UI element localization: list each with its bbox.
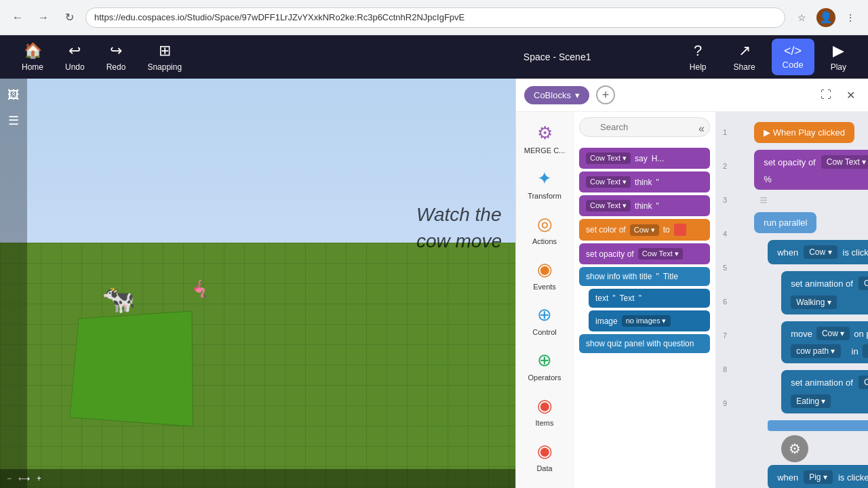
block-set-opacity[interactable]: set opacity of Cow Text ▾ [579,243,710,264]
no-images-dropdown[interactable]: no images ▾ [622,315,671,327]
block-think-2[interactable]: Cow Text ▾ think " [579,195,710,216]
sidebar-item-events[interactable]: ◉ Events [518,253,571,296]
panel-header-right: ⛶ ✕ [816,85,860,104]
ws-set-animation-eating: set animation of Cow ▾ to Eating ▾ [781,370,868,416]
redo-label: Redo [106,62,126,72]
time-value[interactable]: 10 [863,344,868,358]
cow-dropdown-anim2[interactable]: Cow ▾ [859,375,868,389]
back-button[interactable]: ← [8,8,27,27]
browser-icons: ☆ 👤 ⋮ [792,8,860,27]
sidebar-item-items[interactable]: ◉ Items [518,390,571,432]
when-label-pig: when [777,472,798,483]
cow-text-opacity-dropdown[interactable]: Cow Text ▾ [821,155,868,169]
undo-button[interactable]: ↩ Undo [54,37,96,77]
block-show-quiz[interactable]: show quiz panel with question [579,334,710,353]
share-label: Share [734,62,755,72]
coblocks-chevron-icon: ▾ [575,90,580,100]
sidebar-item-control[interactable]: ⊕ Control [518,299,571,342]
add-tab-button[interactable]: + [596,85,615,104]
walking-dropdown[interactable]: Walking ▾ [791,296,837,309]
block-say[interactable]: Cow Text ▾ say H... [579,148,710,169]
block-image[interactable]: image no images ▾ [589,310,710,331]
main-area: 🖼 ☰ 🐄 🦩 Watch the cow move − ⟷ + CoBlock… [0,79,868,488]
forward-button[interactable]: → [34,8,53,27]
cow-dropdown-color[interactable]: Cow ▾ [630,224,659,236]
move-cow-block[interactable]: move Cow ▾ on path cow path ▾ in 10 sec. [781,321,868,363]
viewport-text-line1: Watch the [416,204,502,225]
block-text[interactable]: text " Text " [589,289,710,308]
cow-figure[interactable]: 🐄 [102,283,136,315]
block-set-color[interactable]: set color of Cow ▾ to [579,219,710,241]
cow-text-dropdown-say[interactable]: Cow Text ▾ [586,152,631,164]
code-button[interactable]: </> Code [772,39,814,75]
address-bar[interactable]: https://edu.cospaces.io/Studio/Space/97w… [85,7,785,28]
star-button[interactable]: ☆ [792,8,811,27]
eating-dropdown[interactable]: Eating ▾ [791,394,831,408]
block-list: 🔍 « Cow Text ▾ say H... Cow Text ▾ think [574,112,716,488]
cow-text-dropdown-think2[interactable]: Cow Text ▾ [586,200,631,211]
block-show-info[interactable]: show info with title " Title [579,267,710,286]
code-label: Code [783,60,804,70]
line-1: 1 [723,125,727,159]
left-panel: 🖼 ☰ [0,79,27,488]
close-panel-button[interactable]: ✕ [841,85,860,104]
refresh-button[interactable]: ↻ [60,8,79,27]
app-title: Space - Scene1 [435,52,678,62]
set-animation-walking-block[interactable]: set animation of Cow ▾ to Walking ▾ [781,271,868,314]
workspace-content: ▶ When Play clicked set opacity of Cow T… [751,119,868,488]
share-button[interactable]: ↗ Share [723,37,766,77]
run-parallel-block[interactable]: run parallel [754,212,816,233]
help-button[interactable]: ? Help [679,37,717,77]
cow-path-dropdown[interactable]: cow path ▾ [791,344,840,358]
ws-when-cow: when Cow ▾ is clicked [768,240,868,267]
viewport-zoom-in[interactable]: + [37,474,41,483]
sidebar-item-merge[interactable]: ⚙ MERGE C... [518,117,571,160]
sidebar-item-actions[interactable]: ◎ Actions [518,208,571,251]
block-think-1[interactable]: Cow Text ▾ think " [579,171,710,192]
pink-figure: 🦩 [190,279,210,298]
gear-button[interactable]: ⚙ [781,435,808,462]
fullscreen-button[interactable]: ⛶ [816,85,835,104]
ruler-icon[interactable]: ≡ [760,192,768,207]
viewport-bottom-bar: − ⟷ + [0,469,515,488]
set-animation-eating-block[interactable]: set animation of Cow ▾ to Eating ▾ [781,370,868,413]
list-icon[interactable]: ☰ [5,110,22,131]
when-play-block[interactable]: ▶ When Play clicked [754,122,854,143]
transform-label: Transform [528,192,561,200]
ws-closing-bar [768,420,868,431]
image-icon[interactable]: 🖼 [5,85,22,105]
run-parallel-label: run parallel [764,218,807,228]
on-path-label: on path [854,329,868,339]
when-cow-block[interactable]: when Cow ▾ is clicked [768,240,868,264]
cow-text-dropdown-opacity[interactable]: Cow Text ▾ [638,248,683,260]
workspace[interactable]: 1 2 3 4 5 6 7 8 9 [716,112,868,488]
cow-text-dropdown-think1[interactable]: Cow Text ▾ [586,176,631,188]
menu-button[interactable]: ⋮ [841,8,860,27]
user-avatar[interactable]: 👤 [816,8,835,27]
sidebar-item-data[interactable]: ◉ Data [518,435,571,478]
snapping-button[interactable]: ⊞ Snapping [136,37,193,77]
when-pig-block[interactable]: when Pig ▾ is clicked [768,465,868,488]
ws-run-parallel: run parallel [754,212,868,236]
search-input[interactable] [579,117,710,137]
play-button[interactable]: ▶ Play [820,37,857,77]
cow-dropdown-when[interactable]: Cow ▾ [804,245,837,259]
snapping-icon: ⊞ [159,42,171,60]
viewport[interactable]: 🖼 ☰ 🐄 🦩 Watch the cow move − ⟷ + [0,79,515,488]
set-opacity-block[interactable]: set opacity of Cow Text ▾ to 0 % [754,150,868,190]
viewport-overlay-text: Watch the cow move [416,201,502,254]
pig-dropdown[interactable]: Pig ▾ [804,470,833,484]
sidebar-item-operators[interactable]: ⊕ Operators [518,344,571,387]
redo-button[interactable]: ↪ Redo [96,37,137,77]
blocks-area: 🔍 « Cow Text ▾ say H... Cow Text ▾ think [574,112,868,488]
ws-set-opacity: set opacity of Cow Text ▾ to 0 % ≡ [754,150,868,208]
sidebar-item-transform[interactable]: ✦ Transform [518,163,571,205]
cow-dropdown-anim1[interactable]: Cow ▾ [859,277,868,290]
browser-bar: ← → ↻ https://edu.cospaces.io/Studio/Spa… [0,0,868,35]
line-3: 3 [723,193,727,227]
cow-dropdown-move[interactable]: Cow ▾ [816,327,850,340]
home-button[interactable]: 🏠 Home [11,37,54,77]
when-label-cow: when [777,247,798,258]
collapse-button[interactable]: « [698,123,705,135]
coblocks-button[interactable]: CoBlocks ▾ [524,86,589,104]
